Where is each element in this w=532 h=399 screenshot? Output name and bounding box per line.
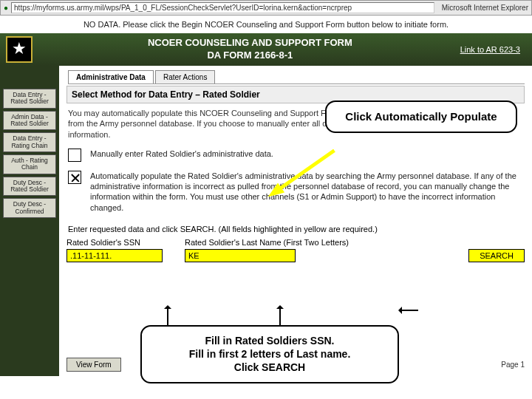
callout-line: Click SEARCH xyxy=(152,361,387,374)
option-auto-text: Automatically populate the Rated Soldier… xyxy=(90,171,523,213)
tab-rater-actions[interactable]: Rater Actions xyxy=(155,70,215,83)
arrow-up-icon xyxy=(167,306,168,325)
callout-line: Fill in first 2 letters of Last name. xyxy=(152,347,387,361)
sidebar-item-admin-data[interactable]: Admin Data - Rated Soldier xyxy=(3,111,56,131)
sidebar-item-data-entry-chain[interactable]: Data Entry - Rating Chain xyxy=(3,132,56,152)
ssn-label: Rated Soldier's SSN xyxy=(66,238,163,249)
url-field[interactable]: https://myforms.us.army.mil/wps/PA_1_0_F… xyxy=(11,2,434,13)
lastname-label: Rated Soldier's Last Name (First Two Let… xyxy=(185,238,349,249)
sidebar-item-data-entry-rated[interactable]: Data Entry - Rated Soldier xyxy=(3,89,56,109)
title-line1: NCOER COUNSELING AND SUPPORT FORM xyxy=(40,37,460,50)
title-line2: DA FORM 2166-8-1 xyxy=(40,50,460,62)
required-note: Enter requested data and click SEARCH. (… xyxy=(66,217,525,238)
sidebar: Data Entry - Rated Soldier Admin Data - … xyxy=(0,66,59,376)
search-button[interactable]: SEARCH xyxy=(468,249,525,262)
sidebar-item-duty-desc-rated[interactable]: Duty Desc - Rated Soldier xyxy=(3,177,56,197)
form-header: NCOER COUNSELING AND SUPPORT FORM DA FOR… xyxy=(0,33,532,66)
page-title: NCOER COUNSELING AND SUPPORT FORM DA FOR… xyxy=(40,37,460,62)
sidebar-item-duty-desc-confirmed[interactable]: Duty Desc - Confirmed xyxy=(3,198,56,218)
link-ar-623-3[interactable]: Link to AR 623-3 xyxy=(460,45,520,54)
tab-row: Administrative Data Rater Actions xyxy=(68,70,525,84)
option-manual-text: Manually enter Rated Soldier's administr… xyxy=(90,149,273,159)
arrow-up-icon xyxy=(279,306,281,325)
checkbox-auto[interactable] xyxy=(68,171,81,184)
army-star-logo xyxy=(6,36,33,63)
address-bar: ● https://myforms.us.army.mil/wps/PA_1_0… xyxy=(0,0,532,16)
checkbox-manual[interactable] xyxy=(68,149,81,162)
sidebar-item-auth-chain[interactable]: Auth - Rating Chain xyxy=(3,154,56,174)
callout-line: Fill in Rated Soldiers SSN. xyxy=(152,334,387,347)
ssn-input[interactable] xyxy=(66,249,163,262)
tab-administrative-data[interactable]: Administrative Data xyxy=(68,70,154,83)
callout-auto-populate: Click Automatically Populate xyxy=(325,100,517,133)
no-data-banner: NO DATA. Please click the Begin NCOER Co… xyxy=(0,16,532,33)
lastname-input[interactable] xyxy=(185,249,296,262)
callout-fill-fields: Fill in Rated Soldiers SSN. Fill in firs… xyxy=(140,325,399,383)
arrow-left-icon xyxy=(399,310,418,311)
browser-title: Microsoft Internet Explorer xyxy=(442,4,528,12)
view-form-button[interactable]: View Form xyxy=(66,358,121,372)
page-number: Page 1 xyxy=(501,361,525,369)
